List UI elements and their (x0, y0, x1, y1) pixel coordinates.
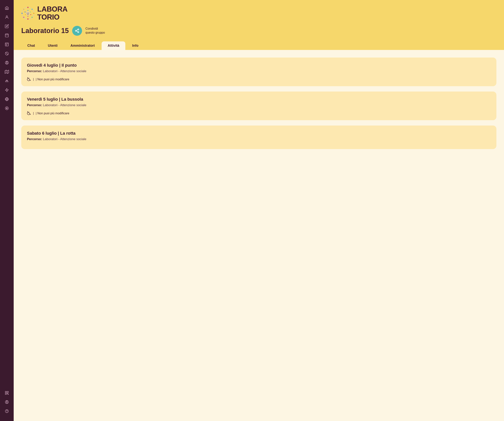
lightning-icon[interactable] (3, 86, 11, 94)
svg-point-37 (30, 12, 31, 12)
svg-rect-18 (5, 391, 6, 392)
activity-percorso-1: Percorso: Laboratori - Attenzione social… (27, 69, 491, 73)
circle-dot-icon[interactable] (3, 104, 11, 112)
svg-point-34 (21, 13, 23, 14)
map-icon[interactable] (3, 68, 11, 76)
svg-point-39 (28, 16, 29, 17)
handshake-icon[interactable] (3, 77, 11, 85)
group-title-row: Laboratorio 15 Condividi questo gruppo (21, 26, 496, 36)
content-area: Giovedì 4 luglio | Il punto Percorso: La… (14, 50, 504, 421)
activity-card-3: Sabato 6 luglio | La rotta Percorso: Lab… (21, 126, 496, 149)
svg-line-48 (77, 31, 78, 32)
activity-meta-2: | | Non puoi più modificare (27, 111, 491, 116)
calendar-icon[interactable] (3, 31, 11, 40)
svg-point-29 (31, 9, 33, 10)
svg-rect-1 (5, 34, 9, 37)
svg-point-28 (27, 7, 29, 8)
alarm-off-icon-2 (27, 111, 31, 116)
sidebar (0, 0, 14, 421)
svg-point-30 (33, 13, 34, 14)
tab-utenti[interactable]: Utenti (42, 41, 64, 50)
svg-point-32 (27, 18, 29, 19)
svg-rect-21 (7, 393, 8, 394)
divider-pipe-1: | (33, 78, 34, 81)
svg-point-43 (27, 12, 28, 13)
svg-point-0 (6, 16, 7, 17)
group-title: Laboratorio 15 (21, 27, 69, 35)
globe-icon[interactable] (3, 95, 11, 103)
no-modify-text-1: | Non puoi più modificare (36, 78, 69, 81)
svg-marker-10 (5, 70, 9, 73)
logo-row: LABORATORIO (21, 5, 496, 21)
alarm-off-icon-1 (27, 77, 31, 82)
main-content: LABORATORIO Laboratorio 15 Condividi que… (14, 0, 504, 421)
svg-point-31 (31, 17, 33, 18)
activity-title-3: Sabato 6 luglio | La rotta (27, 131, 491, 136)
logo-icon (21, 7, 35, 20)
svg-point-35 (23, 9, 24, 10)
svg-point-33 (23, 17, 24, 18)
svg-line-7 (6, 52, 8, 55)
tab-chat[interactable]: Chat (21, 41, 41, 50)
svg-point-9 (6, 62, 7, 63)
tab-amministratori[interactable]: Amministratori (64, 41, 101, 50)
account-icon[interactable] (3, 398, 11, 406)
svg-point-42 (26, 11, 30, 15)
activity-title-2: Venerdì 5 luglio | La bussola (27, 97, 491, 102)
activity-percorso-2: Percorso: Laboratori - Attenzione social… (27, 103, 491, 107)
svg-point-24 (6, 401, 7, 402)
tab-attivita[interactable]: Attività (102, 41, 125, 50)
user-icon[interactable] (3, 13, 11, 21)
no-modify-text-2: | Non puoi più modificare (36, 112, 69, 115)
svg-point-38 (30, 14, 31, 15)
divider-pipe-2: | (33, 112, 34, 115)
help-icon[interactable] (3, 407, 11, 415)
svg-marker-13 (5, 88, 9, 92)
activity-meta-1: | | Non puoi più modificare (27, 77, 491, 82)
svg-point-44 (29, 12, 29, 13)
activity-title-1: Giovedì 4 luglio | Il punto (27, 63, 491, 68)
svg-line-49 (77, 30, 78, 30)
header-area: LABORATORIO Laboratorio 15 Condividi que… (14, 0, 504, 50)
svg-rect-22 (8, 394, 9, 395)
block-icon[interactable] (3, 49, 11, 58)
tab-info[interactable]: Info (126, 41, 144, 50)
qr-icon[interactable] (3, 389, 11, 397)
logo-text: LABORATORIO (37, 5, 68, 21)
svg-rect-19 (7, 391, 8, 392)
home-icon[interactable] (3, 4, 11, 12)
activity-card-2: Venerdì 5 luglio | La bussola Percorso: … (21, 91, 496, 120)
svg-rect-5 (5, 43, 9, 46)
svg-point-40 (25, 14, 26, 15)
edit-icon[interactable] (3, 22, 11, 30)
share-label: Condividi questo gruppo (85, 27, 105, 35)
svg-point-41 (25, 11, 26, 12)
svg-rect-20 (5, 393, 6, 394)
tabs-row: Chat Utenti Amministratori Attività Info (21, 41, 496, 50)
svg-point-36 (28, 10, 29, 11)
svg-point-17 (6, 108, 7, 109)
building-icon[interactable] (3, 40, 11, 49)
activity-percorso-3: Percorso: Laboratori - Attenzione social… (27, 137, 491, 141)
activity-card-1: Giovedì 4 luglio | Il punto Percorso: La… (21, 58, 496, 86)
person-circle-icon[interactable] (3, 59, 11, 67)
share-button[interactable] (72, 26, 82, 36)
